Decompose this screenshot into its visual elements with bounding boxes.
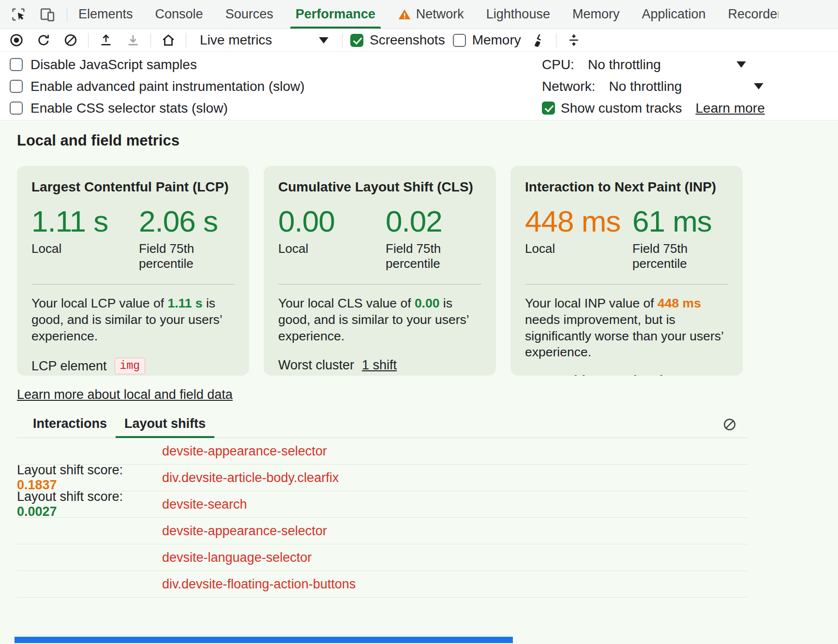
show-custom-tracks-checkbox[interactable]: Show custom tracks xyxy=(542,101,682,116)
layout-shift-row: div.devsite-floating-action-buttons xyxy=(17,571,748,598)
node-link[interactable]: devsite-language-selector xyxy=(162,550,312,565)
inp-field-value: 61 ms xyxy=(632,205,740,237)
tab-label: Console xyxy=(155,7,203,22)
card-title: Interaction to Next Paint (INP) xyxy=(525,179,728,195)
tab-label: Interactions xyxy=(33,416,107,431)
tab-label: Network xyxy=(416,7,464,22)
card-title: Largest Contentful Paint (LCP) xyxy=(31,179,235,195)
metric-card-cls: Cumulative Layout Shift (CLS) 0.00 Local… xyxy=(264,166,496,376)
shift-score-value: 0.0027 xyxy=(17,504,57,519)
tab-performance[interactable]: Performance xyxy=(284,0,387,29)
cls-description: Your local CLS value of 0.00 is good, an… xyxy=(278,295,481,344)
horizontal-scrollbar-thumb[interactable] xyxy=(15,637,513,643)
collapse-sections-icon[interactable] xyxy=(564,31,584,49)
warning-icon xyxy=(398,8,411,21)
inp-description: Your local INP value of 448 ms needs imp… xyxy=(525,295,728,361)
local-label: Local xyxy=(31,241,109,256)
disable-js-samples-label: Disable JavaScript samples xyxy=(30,57,197,73)
history-dropdown[interactable]: Live metrics xyxy=(194,32,334,48)
checkbox-checked-icon xyxy=(350,34,363,47)
gc-broom-icon[interactable] xyxy=(529,31,548,49)
advanced-paint-label: Enable advanced paint instrumentation (s… xyxy=(30,79,305,94)
lcp-element-node-link[interactable]: img xyxy=(115,358,145,374)
node-link[interactable]: devsite-appearance-selector xyxy=(162,524,327,539)
layout-shift-row: devsite-language-selector xyxy=(17,544,748,571)
tab-label: Sources xyxy=(225,7,273,22)
node-link[interactable]: div.devsite-floating-action-buttons xyxy=(162,577,356,592)
node-link[interactable]: devsite-search xyxy=(162,497,247,512)
chevron-down-icon xyxy=(754,83,763,89)
tab-sources[interactable]: Sources xyxy=(214,0,284,29)
tab-label: Elements xyxy=(78,7,133,22)
live-metrics-view: Local and field metrics Largest Contentf… xyxy=(0,121,838,644)
metric-card-inp: Interaction to Next Paint (INP) 448 ms L… xyxy=(510,166,743,376)
tab-network[interactable]: Network xyxy=(387,0,475,29)
checkbox-checked-icon xyxy=(542,102,555,115)
tab-memory[interactable]: Memory xyxy=(561,0,631,29)
tab-interactions[interactable]: Interactions xyxy=(24,416,116,438)
tab-label: Layout shifts xyxy=(124,416,206,431)
shift-score-label: Layout shift score: xyxy=(17,489,123,504)
checkbox-unchecked-icon xyxy=(10,58,23,71)
memory-label: Memory xyxy=(472,32,521,48)
tab-label: Performance xyxy=(296,7,375,22)
shift-score-cell: Layout shift score: 0.1837 xyxy=(17,463,162,493)
checkbox-unchecked-icon xyxy=(10,80,23,93)
tabbar-left-icons xyxy=(0,0,67,29)
shift-score-cell: Layout shift score: 0.0027 xyxy=(17,489,162,519)
device-toolbar-icon[interactable] xyxy=(38,5,57,24)
save-profile-icon[interactable] xyxy=(123,31,143,49)
network-throttling-select[interactable]: Network: No throttling xyxy=(542,75,838,97)
capture-settings: Disable JavaScript samples Enable advanc… xyxy=(0,52,838,121)
cpu-label: CPU: xyxy=(542,57,574,73)
tab-application[interactable]: Application xyxy=(630,0,717,29)
worst-cluster-label: Worst cluster xyxy=(278,358,354,373)
node-link[interactable]: div.devsite-article-body.clearfix xyxy=(162,470,339,485)
tab-layout-shifts[interactable]: Layout shifts xyxy=(116,416,214,438)
load-profile-icon[interactable] xyxy=(96,31,116,49)
inspect-element-icon[interactable] xyxy=(9,5,28,24)
checkbox-unchecked-icon xyxy=(453,34,466,47)
tab-elements[interactable]: Elements xyxy=(67,0,144,29)
divider xyxy=(556,33,556,47)
lcp-local-value: 1.11 s xyxy=(31,205,139,237)
card-title: Cumulative Layout Shift (CLS) xyxy=(278,179,481,195)
chevron-down-icon xyxy=(736,61,746,68)
divider xyxy=(278,284,481,285)
field-label: Field 75th percentile xyxy=(386,241,463,271)
lcp-element-label: LCP element xyxy=(31,359,107,374)
chevron-down-icon xyxy=(319,37,329,44)
divider xyxy=(186,33,186,47)
reload-and-record-button[interactable] xyxy=(34,31,53,49)
tab-lighthouse[interactable]: Lighthouse xyxy=(475,0,561,29)
field-label: Field 75th percentile xyxy=(139,241,216,271)
clear-log-icon[interactable] xyxy=(721,417,738,434)
divider xyxy=(88,33,89,47)
field-label: Field 75th percentile xyxy=(632,241,710,271)
node-link[interactable]: devsite-appearance-selector xyxy=(162,444,327,459)
layout-shift-row: Layout shift score: 0.0027 devsite-searc… xyxy=(17,491,748,518)
learn-more-field-data-link[interactable]: Learn more about local and field data xyxy=(17,387,233,402)
devtools-tabbar: Elements Console Sources Performance xyxy=(0,0,838,29)
tab-label: Application xyxy=(642,7,705,22)
local-label: Local xyxy=(278,241,356,256)
cpu-throttling-select[interactable]: CPU: No throttling xyxy=(542,54,838,75)
network-label: Network: xyxy=(542,79,595,94)
divider xyxy=(31,284,235,285)
local-test-conditions-disclosure[interactable]: ▶ Consider your local test conditions xyxy=(525,373,728,376)
worst-cluster-link[interactable]: 1 shift xyxy=(362,358,397,373)
cls-local-value: 0.00 xyxy=(278,205,386,237)
home-icon[interactable] xyxy=(159,31,178,49)
devtools-performance-panel: Elements Console Sources Performance xyxy=(0,0,838,121)
learn-more-link[interactable]: Learn more xyxy=(696,101,765,116)
screenshots-checkbox[interactable]: Screenshots xyxy=(350,32,445,48)
tab-recorder[interactable]: Recorder xyxy=(717,0,778,29)
record-button[interactable] xyxy=(7,31,26,49)
inp-local-value: 448 ms xyxy=(525,205,632,237)
memory-checkbox[interactable]: Memory xyxy=(453,32,521,48)
clear-button[interactable] xyxy=(61,31,80,49)
tab-console[interactable]: Console xyxy=(144,0,214,29)
panel-tabs: Elements Console Sources Performance xyxy=(67,0,778,29)
metric-cards: Largest Contentful Paint (LCP) 1.11 s Lo… xyxy=(17,166,821,376)
lcp-description: Your local LCP value of 1.11 s is good, … xyxy=(31,295,235,344)
